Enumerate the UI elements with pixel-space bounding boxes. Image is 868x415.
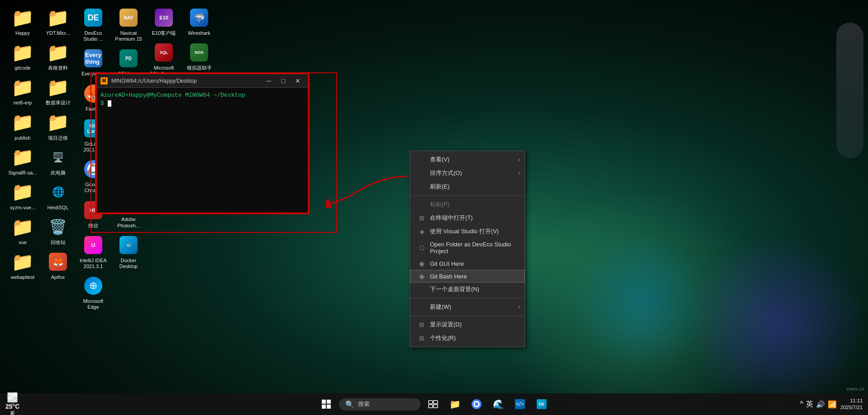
network-icon[interactable]: 📶 [828,400,837,409]
icon-network[interactable]: 🌐 HeidiSQL [40,179,76,213]
svg-point-3 [91,166,96,172]
context-menu-sep2 [410,298,525,298]
gitbash-icon: ◉ [417,273,426,280]
context-menu-nextbg-label: 下一个桌面背景(N) [430,285,479,293]
terminal-output: AzureAD+Happy@MyCompute MINGW64 ~/Deskto… [100,91,304,108]
icon-publish[interactable]: 📁 publish [5,109,41,143]
view-submenu-arrow: › [518,156,520,163]
context-menu-item-refresh[interactable]: 刷新(E) [410,180,525,193]
icon-projectmigrate[interactable]: 📁 项目迁移 [40,109,76,143]
context-menu-display-label: 显示设置(D) [430,321,462,329]
context-menu-item-gitbash[interactable]: ◉ Git Bash Here [410,270,525,283]
svg-rect-9 [429,401,433,404]
desktop: 📁 Happy 📁 gitcode 📁 net6-erp 📁 publish 📁… [0,0,868,415]
search-placeholder: 搜索 [358,400,370,408]
bg-decoration-2 [687,234,868,415]
icon-e10[interactable]: E10 E10客户端 [146,5,182,38]
taskbar-search[interactable]: 🔍 搜索 [339,398,420,410]
icon-intellij[interactable]: IJ IntelliJ IDEA2021.3.1 [75,232,111,272]
taskbar-right: ^ 英 🔊 📶 11:11 2025/7/21 [777,397,868,411]
terminal-body[interactable]: AzureAD+Happy@MyCompute MINGW64 ~/Deskto… [97,88,308,212]
sort-submenu-arrow: › [518,170,520,176]
icon-webapitest[interactable]: 📁 webapitest [5,249,41,283]
context-menu-terminal-label: 在终端中打开(T) [430,214,473,222]
context-menu-deveco-label: Open Folder as DevEco Studio Project [430,241,517,255]
terminal-close-button[interactable]: ✕ [291,76,304,86]
context-menu-item-personalize[interactable]: ⊞ 个性化(R) [410,331,525,345]
icon-syzmvue[interactable]: 📁 syzm-vue... [5,179,41,213]
context-menu-refresh-label: 刷新(E) [430,183,449,191]
icon-net6erp[interactable]: 📁 net6-erp [5,74,41,108]
context-menu-item-terminal[interactable]: ⊞ 在终端中打开(T) [410,211,525,225]
terminal-open-icon: ⊞ [417,214,426,222]
context-menu-item-new[interactable]: 新建(W) › [410,300,525,314]
svg-rect-12 [434,405,438,408]
context-menu-item-gitgui[interactable]: ◉ Git GUI Here [410,257,525,270]
terminal-title-text: MINGW64:/c/Users/Happy/Desktop [111,78,197,84]
anime-character [832,23,868,203]
icon-biaoge[interactable]: 📁 表格资料 [40,39,76,73]
icon-dbdesign[interactable]: 📁 数据库设计 [40,74,76,108]
context-menu-item-sort[interactable]: 排序方式(O) › [410,166,525,180]
language-indicator[interactable]: 英 [806,400,813,409]
deveco-cm-icon: ⬡ [417,244,426,251]
icon-nox[interactable]: NOX 模拟器助手 [181,39,217,73]
chrome-taskbar-button[interactable] [467,395,486,413]
watermark: znwx.cn [846,386,864,391]
show-desktop-button[interactable] [859,393,868,415]
search-icon: 🔍 [345,400,354,409]
context-menu-item-nextbg[interactable]: 下一个桌面背景(N) [410,283,525,296]
icon-msedge[interactable]: ⊕ MicrosoftEdge [75,273,111,312]
context-menu-sep3 [410,316,525,316]
icon-ydtmicr[interactable]: 📁 YDT.Micr... [40,5,76,38]
svg-rect-5 [322,400,326,404]
icon-gitcode[interactable]: 📁 gitcode [5,39,41,73]
chevron-up-icon[interactable]: ^ [800,400,804,408]
icon-recycle[interactable]: 🗑️ 回收站 [40,214,76,248]
icon-happy[interactable]: 📁 Happy [5,5,41,38]
terminal-icon: M [100,77,108,85]
context-menu-vstudio-label: 使用 Visual Studio 打开(V) [430,227,499,236]
context-menu-sep1 [410,195,525,196]
volume-icon[interactable]: 🔊 [816,400,825,409]
context-menu-item-paste[interactable]: 粘贴(P) [410,198,525,211]
file-explorer-taskbar-button[interactable]: 📁 [446,395,464,413]
context-menu-item-deveco[interactable]: ⬡ Open Folder as DevEco Studio Project [410,238,525,257]
bg-decoration-3 [574,234,710,370]
terminal-controls: ─ □ ✕ [262,76,304,86]
gitgui-icon: ◉ [417,260,426,267]
taskbar-weather[interactable]: 🌫️ 25°C 雾 [5,392,19,415]
taskbar: 🌫️ 25°C 雾 🔍 搜索 [0,393,868,415]
deveco-taskbar-button[interactable]: DE [533,395,551,413]
terminal-window[interactable]: M MINGW64:/c/Users/Happy/Desktop ─ □ ✕ A… [96,73,309,213]
context-menu-paste-label: 粘贴(P) [430,200,449,208]
task-view-button[interactable] [424,395,442,413]
svg-rect-11 [429,405,433,408]
icon-signalr[interactable]: 📁 SignalR-sa... [5,144,41,178]
icon-thispc[interactable]: 🖥️ 此电脑 [40,144,76,178]
vstudio-icon: ◈ [417,228,426,235]
context-menu-personalize-label: 个性化(R) [430,334,456,342]
svg-rect-8 [327,405,331,409]
context-menu-item-display[interactable]: ⊞ 显示设置(D) [410,318,525,331]
terminal-minimize-button[interactable]: ─ [262,76,275,86]
windows-start-button[interactable] [317,395,335,413]
edge-taskbar-button[interactable]: 🌊 [489,395,507,413]
context-menu-gitbash-label: Git Bash Here [430,273,467,280]
icon-apifox[interactable]: 🦊 Apifox [40,249,76,283]
icon-docker[interactable]: 🐳 DockerDesktop [110,232,147,272]
icon-wireshark[interactable]: 🦈 Wireshark [181,5,217,38]
icon-column-1: 📁 Happy 📁 gitcode 📁 net6-erp 📁 publish 📁… [5,5,41,283]
icon-deveco[interactable]: DE DevEcoStudio ... [75,5,111,44]
context-menu-view-label: 查看(V) [430,156,449,164]
icon-vue[interactable]: 📁 vue [5,214,41,248]
icon-navicat[interactable]: NAV NavicatPremium 15 [110,5,147,44]
temperature: 25°C [5,403,19,410]
vscode-taskbar-button[interactable]: </> [511,395,529,413]
terminal-maximize-button[interactable]: □ [277,76,290,86]
context-menu-item-vstudio[interactable]: ◈ 使用 Visual Studio 打开(V) [410,225,525,238]
svg-point-15 [475,402,478,406]
context-menu-item-view[interactable]: 查看(V) › [410,153,525,166]
context-menu-gitgui-label: Git GUI Here [430,260,464,267]
icon-column-2: 📁 YDT.Micr... 📁 表格资料 📁 数据库设计 📁 项目迁移 🖥️ 此… [40,5,76,283]
